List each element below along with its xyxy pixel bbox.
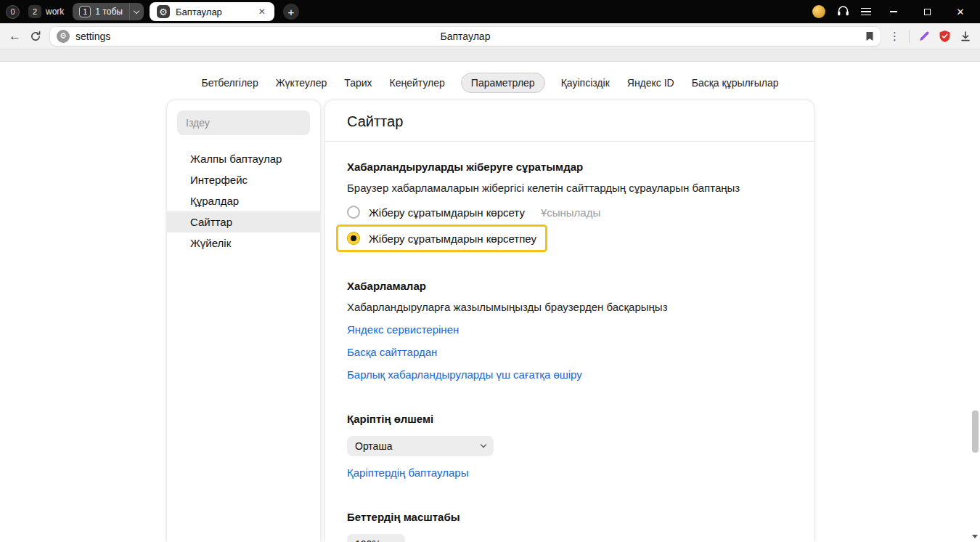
search-input[interactable] (177, 110, 310, 135)
close-icon: ✕ (957, 7, 965, 17)
page-zoom-value: 100% (355, 538, 381, 542)
gear-icon: ⚙ (157, 5, 170, 18)
tab-group-dropdown-button[interactable] (129, 3, 144, 20)
link-mute-all-notifications[interactable]: Барлық хабарландыруларды үш сағатқа өшір… (347, 368, 582, 381)
tab-group-wrap: 1 1 тобы (73, 3, 144, 20)
tab-work[interactable]: 2 work (25, 4, 67, 20)
scroll-down-button[interactable] (971, 532, 979, 541)
notifications-section: Хабарламалар Хабарландыруларға жазылымың… (347, 280, 792, 381)
page-zoom-section: Беттердің масштабы 100% Сайттың баптаула… (347, 511, 792, 542)
page-title: Баптаулар (50, 31, 881, 42)
notifications-description: Хабарландыруларға жазылымыңызды браузерд… (347, 301, 792, 313)
browser-window: 0 2 work 1 1 тобы ⚙ Баптаулар ✕ + (0, 0, 980, 542)
nav-tab-downloads[interactable]: Жүктеулер (274, 73, 329, 93)
avatar[interactable] (812, 5, 825, 18)
page-top-strip (0, 49, 980, 62)
page-zoom-select[interactable]: 100% (347, 534, 405, 542)
address-text: settings (75, 31, 110, 42)
notification-requests-description: Браузер хабарламаларын жібергісі келетін… (347, 182, 792, 194)
maximize-icon (924, 9, 931, 15)
tab-settings-label: Баптаулар (176, 7, 251, 17)
voice-assistant-button[interactable] (837, 5, 849, 19)
radio-unchecked-icon[interactable] (347, 206, 360, 219)
minimize-button[interactable] (883, 0, 905, 23)
tab-close-button[interactable]: ✕ (257, 7, 267, 17)
tab-group-badge: 1 (79, 6, 91, 17)
settings-panel: Сайттар Хабарландыруларды жіберуге сұрат… (325, 100, 814, 542)
tab-settings[interactable]: ⚙ Баптаулар ✕ (150, 2, 274, 21)
chevron-down-icon (134, 7, 139, 13)
tab-work-badge: 2 (28, 5, 41, 18)
bookmark-button[interactable] (865, 31, 874, 41)
highlight-box: Жіберу сұратымдарын көрсетпеу (336, 225, 547, 252)
font-size-value: Орташа (355, 440, 392, 452)
downloads-button[interactable] (960, 31, 971, 42)
radio-option-show-label: Жіберу сұратымдарын көрсету (369, 206, 525, 219)
back-button[interactable]: ← (9, 30, 21, 42)
minimize-icon (890, 11, 897, 12)
tab-group[interactable]: 1 1 тобы (73, 3, 129, 20)
brush-icon (918, 31, 930, 42)
settings-sidebar: Жалпы баптаулар Интерфейс Құралдар Сайтт… (167, 100, 320, 542)
panel-body: Хабарландыруларды жіберуге сұратымдар Бр… (325, 142, 814, 542)
titlebar-right: ✕ (812, 0, 980, 23)
settings-favicon: ⚙ (57, 30, 70, 43)
tab-counter-zero[interactable]: 0 (6, 5, 20, 19)
new-tab-button[interactable]: + (283, 4, 299, 20)
nav-tab-extensions[interactable]: Кеңейтулер (388, 73, 446, 93)
sidebar-item-sites[interactable]: Сайттар (167, 211, 320, 232)
download-icon (960, 31, 971, 42)
close-window-button[interactable]: ✕ (950, 0, 971, 23)
font-size-heading: Қаріптің өлшемі (347, 413, 792, 425)
link-font-settings[interactable]: Қаріптердің баптаулары (347, 466, 468, 479)
tab-strip: 0 2 work 1 1 тобы ⚙ Баптаулар ✕ + (0, 2, 299, 21)
refresh-button[interactable] (30, 31, 41, 42)
more-menu-button[interactable]: ⋮ (889, 30, 900, 43)
nav-tab-history[interactable]: Тарих (343, 73, 373, 93)
bookmark-icon (865, 31, 874, 41)
menu-button[interactable] (861, 8, 871, 16)
headphones-icon (837, 5, 849, 19)
refresh-icon (30, 31, 41, 42)
nav-tab-yandex-id[interactable]: Яндекс ID (626, 73, 676, 93)
radio-checked-icon[interactable] (347, 232, 360, 245)
settings-nav: Бетбелгілер Жүктеулер Тарих Кеңейтулер П… (0, 73, 980, 93)
sidebar-item-interface[interactable]: Интерфейс (167, 169, 320, 190)
toolbar-divider (909, 30, 910, 43)
notifications-heading: Хабарламалар (347, 280, 792, 292)
link-other-sites[interactable]: Басқа сайттардан (347, 346, 437, 358)
shield-icon (939, 30, 951, 43)
nav-tab-security[interactable]: Қауіпсіздік (560, 73, 611, 93)
titlebar: 0 2 work 1 1 тобы ⚙ Баптаулар ✕ + (0, 0, 980, 23)
sidebar-list: Жалпы баптаулар Интерфейс Құралдар Сайтт… (167, 148, 320, 254)
search-wrap (177, 110, 310, 135)
triangle-down-icon (972, 535, 978, 538)
chevron-down-icon (481, 442, 486, 448)
sidebar-item-system[interactable]: Жүйелік (167, 232, 320, 254)
settings-page: Бетбелгілер Жүктеулер Тарих Кеңейтулер П… (0, 49, 980, 542)
page-zoom-heading: Беттердің масштабы (347, 511, 792, 523)
font-size-select[interactable]: Орташа (347, 436, 494, 456)
radio-option-show-requests[interactable]: Жіберу сұратымдарын көрсету Ұсынылады (347, 206, 792, 219)
address-bar[interactable]: ⚙ settings Баптаулар (50, 27, 881, 46)
notification-requests-heading: Хабарландыруларды жіберуге сұратымдар (347, 161, 792, 173)
nav-tab-bookmarks[interactable]: Бетбелгілер (200, 73, 259, 93)
link-yandex-services[interactable]: Яндекс сервистерінен (347, 323, 459, 336)
recommended-hint: Ұсынылады (541, 206, 600, 219)
tab-group-label: 1 тобы (95, 7, 123, 17)
tab-work-label: work (46, 7, 64, 17)
customize-button[interactable] (918, 31, 930, 42)
nav-tab-settings[interactable]: Параметрлер (461, 73, 545, 93)
toolbar: ← ⚙ settings Баптаулар ⋮ (0, 23, 980, 49)
protect-button[interactable] (939, 30, 951, 43)
maximize-button[interactable] (916, 0, 938, 23)
sidebar-item-general[interactable]: Жалпы баптаулар (167, 148, 320, 169)
hamburger-icon (861, 8, 871, 9)
settings-layout: Жалпы баптаулар Интерфейс Құралдар Сайтт… (167, 100, 814, 542)
sidebar-item-tools[interactable]: Құралдар (167, 190, 320, 211)
font-size-section: Қаріптің өлшемі Орташа Қаріптердің бапта… (347, 413, 792, 479)
nav-tab-other-devices[interactable]: Басқа құрылғылар (690, 73, 780, 93)
radio-option-hide-label: Жіберу сұратымдарын көрсетпеу (369, 232, 536, 245)
panel-title: Сайттар (325, 100, 814, 142)
scrollbar-thumb[interactable] (972, 410, 979, 453)
